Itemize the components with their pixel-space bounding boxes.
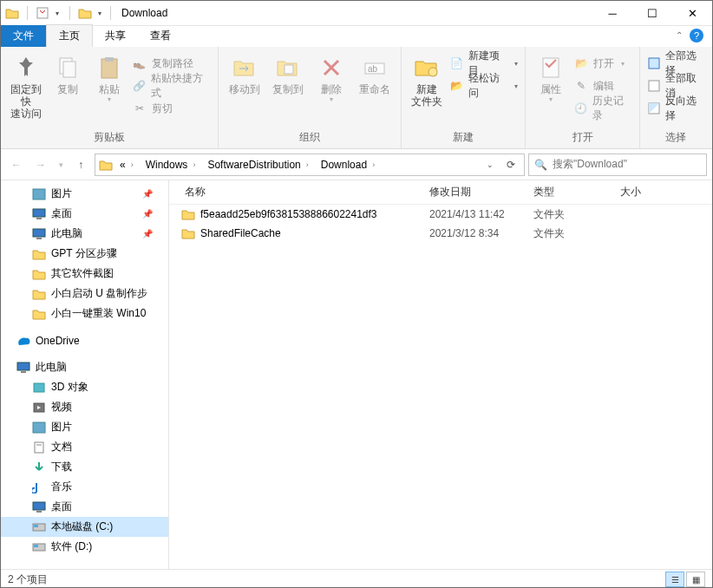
- history-button[interactable]: 🕘历史记录: [574, 99, 632, 118]
- tree-item[interactable]: 小白启动 U 盘制作步: [1, 284, 168, 304]
- delete-button[interactable]: 删除 ▾: [312, 50, 350, 103]
- svg-rect-19: [21, 371, 26, 373]
- tree-item[interactable]: 视频: [1, 397, 168, 417]
- file-rows[interactable]: f5eaadd25eb9f6381538886602241df32021/4/1…: [169, 205, 712, 569]
- column-headers[interactable]: 名称 修改日期 类型 大小: [169, 180, 712, 205]
- tree-item[interactable]: 文档: [1, 437, 168, 457]
- tree-item[interactable]: 桌面: [1, 497, 168, 517]
- tree-item[interactable]: 小白一键重装 Win10: [1, 304, 168, 323]
- group-organize: 移动到 复制到 删除 ▾ ab 重命名 组织: [219, 47, 402, 148]
- tree-item[interactable]: OneDrive: [1, 330, 168, 350]
- search-icon: 🔍: [534, 159, 547, 171]
- tree-item[interactable]: 其它软件截图: [1, 264, 168, 284]
- tree-item[interactable]: 图片: [1, 417, 168, 437]
- up-button[interactable]: ↑: [70, 154, 91, 175]
- svg-rect-20: [34, 383, 44, 392]
- copy-button[interactable]: 复制: [49, 50, 86, 95]
- select-all-icon: [647, 56, 660, 70]
- folder-icon: [99, 159, 113, 171]
- tree-item[interactable]: 软件 (D:): [1, 537, 168, 557]
- properties-button[interactable]: 属性 ▾: [533, 50, 569, 103]
- col-type[interactable]: 类型: [525, 185, 612, 199]
- svg-rect-3: [101, 59, 117, 78]
- tree-item[interactable]: 下载: [1, 457, 168, 477]
- new-folder-icon: [413, 54, 441, 82]
- new-folder-button[interactable]: 新建 文件夹: [409, 50, 445, 108]
- paste-shortcut-button[interactable]: 🔗粘贴快捷方式: [133, 76, 211, 95]
- svg-rect-14: [33, 209, 45, 217]
- group-new: 新建 文件夹 📄新建项目▾ 📂轻松访问▾ 新建: [402, 47, 526, 148]
- copy-to-button[interactable]: 复制到: [269, 50, 307, 95]
- col-name[interactable]: 名称: [169, 185, 421, 199]
- qat-chevron-icon[interactable]: ▾: [95, 10, 105, 17]
- svg-rect-2: [63, 62, 75, 77]
- select-none-button[interactable]: 全部取消: [647, 76, 705, 95]
- cut-button[interactable]: ✂剪切: [133, 99, 211, 118]
- collapse-ribbon-icon[interactable]: ⌃: [676, 30, 683, 40]
- select-all-button[interactable]: 全部选择: [647, 54, 705, 73]
- move-to-button[interactable]: 移动到: [226, 50, 264, 95]
- group-label: 打开: [533, 128, 632, 148]
- qat-properties-icon[interactable]: [35, 5, 50, 21]
- tree-item[interactable]: 此电脑📌: [1, 224, 168, 244]
- table-row[interactable]: f5eaadd25eb9f6381538886602241df32021/4/1…: [169, 205, 712, 224]
- back-button[interactable]: ←: [6, 154, 27, 175]
- recent-dropdown[interactable]: ▾: [55, 154, 67, 175]
- address-bar[interactable]: «› Windows› SoftwareDistribution› Downlo…: [95, 154, 525, 176]
- tree-item[interactable]: 此电脑: [1, 357, 168, 377]
- maximize-button[interactable]: ☐: [632, 1, 672, 25]
- breadcrumb-item[interactable]: Windows›: [141, 157, 201, 173]
- close-button[interactable]: ✕: [672, 1, 712, 25]
- edit-button[interactable]: ✎编辑: [574, 76, 632, 95]
- file-list-pane: 名称 修改日期 类型 大小 f5eaadd25eb9f6381538886602…: [169, 180, 712, 569]
- tree-item[interactable]: GPT 分区步骤: [1, 244, 168, 264]
- view-icons-button[interactable]: ▦: [686, 572, 705, 587]
- crumb-overflow[interactable]: «›: [114, 157, 139, 173]
- group-label: 组织: [226, 128, 394, 148]
- forward-button[interactable]: →: [30, 154, 51, 175]
- qat-dropdown-icon[interactable]: ▾: [52, 10, 62, 17]
- tab-home[interactable]: 主页: [46, 24, 93, 47]
- open-button[interactable]: 📂打开▾: [574, 54, 632, 73]
- select-none-icon: [647, 79, 660, 93]
- help-icon[interactable]: ?: [690, 29, 703, 42]
- history-icon: 🕘: [574, 101, 587, 115]
- copy-to-icon: [274, 54, 302, 82]
- svg-text:ab: ab: [368, 64, 378, 74]
- svg-rect-15: [36, 218, 42, 219]
- svg-rect-9: [543, 58, 559, 77]
- tree-item[interactable]: 3D 对象: [1, 377, 168, 397]
- tab-view[interactable]: 查看: [138, 25, 183, 47]
- move-icon: [231, 54, 258, 82]
- easy-access-button[interactable]: 📂轻松访问▾: [450, 76, 518, 95]
- nav-tree[interactable]: 图片📌桌面📌此电脑📌GPT 分区步骤其它软件截图小白启动 U 盘制作步小白一键重…: [1, 180, 169, 569]
- rename-button[interactable]: ab 重命名: [356, 50, 394, 95]
- pin-to-quick-access-button[interactable]: 固定到快 速访问: [8, 50, 44, 120]
- breadcrumb-item[interactable]: SoftwareDistribution›: [202, 157, 313, 173]
- new-item-button[interactable]: 📄新建项目▾: [450, 54, 518, 73]
- tab-share[interactable]: 共享: [93, 25, 138, 47]
- table-row[interactable]: SharedFileCache2021/3/12 8:34文件夹: [169, 224, 712, 243]
- col-date[interactable]: 修改日期: [421, 185, 525, 199]
- title-bar: ▾ ▾ Download ─ ☐ ✕: [1, 1, 712, 26]
- group-open: 属性 ▾ 📂打开▾ ✎编辑 🕘历史记录 打开: [526, 47, 640, 148]
- window-title: Download: [121, 7, 167, 19]
- minimize-button[interactable]: ─: [592, 1, 632, 25]
- tree-item[interactable]: 桌面📌: [1, 204, 168, 224]
- search-box[interactable]: 🔍 搜索"Download": [528, 154, 707, 176]
- group-label: 剪贴板: [8, 128, 211, 148]
- tab-file[interactable]: 文件: [1, 25, 46, 47]
- tree-item[interactable]: 图片📌: [1, 184, 168, 204]
- invert-selection-button[interactable]: 反向选择: [647, 99, 705, 118]
- refresh-button[interactable]: ⟳: [501, 159, 520, 171]
- paste-button[interactable]: 粘贴 ▾: [91, 50, 128, 103]
- nav-row: ← → ▾ ↑ «› Windows› SoftwareDistribution…: [1, 149, 712, 180]
- view-details-button[interactable]: ☰: [665, 572, 684, 587]
- tree-item[interactable]: 本地磁盘 (C:): [1, 517, 168, 537]
- delete-icon: [317, 54, 345, 82]
- breadcrumb-item[interactable]: Download›: [316, 157, 380, 173]
- address-dropdown-icon[interactable]: ⌄: [481, 160, 500, 169]
- copy-path-button[interactable]: 👞复制路径: [133, 54, 211, 73]
- tree-item[interactable]: 音乐: [1, 477, 168, 497]
- col-size[interactable]: 大小: [612, 185, 672, 199]
